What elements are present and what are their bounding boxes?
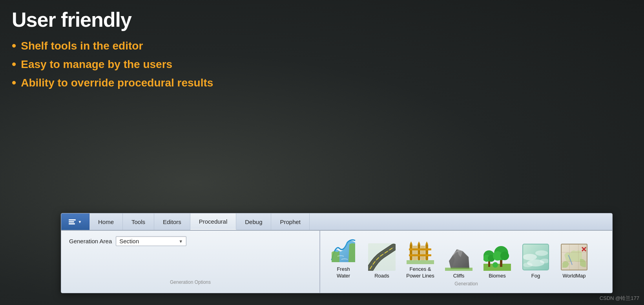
svg-point-30 xyxy=(523,263,533,267)
bullet-item-3: Ability to override procedural results xyxy=(12,75,632,90)
worldmap-icon xyxy=(560,243,588,271)
menu-line-2 xyxy=(69,221,74,222)
tab-procedural[interactable]: Procedural xyxy=(190,213,237,230)
svg-rect-3 xyxy=(425,244,428,260)
tab-prophet[interactable]: Prophet xyxy=(271,213,310,230)
tab-home[interactable]: Home xyxy=(89,213,123,230)
dropdown-arrow-icon: ▼ xyxy=(78,220,82,224)
generation-area-value: Section xyxy=(119,238,139,244)
bullet-item-1: Shelf tools in the editor xyxy=(12,39,632,53)
generation-area-select[interactable]: Section ▼ xyxy=(116,236,186,246)
roads-label: Roads xyxy=(374,273,389,279)
svg-point-24 xyxy=(500,252,509,260)
svg-rect-2 xyxy=(418,244,420,260)
generation-area-label: Generation Area xyxy=(69,238,112,244)
select-dropdown-arrow-icon: ▼ xyxy=(179,239,183,244)
svg-rect-0 xyxy=(368,243,396,271)
generation-options-label: Generation Options xyxy=(69,279,312,287)
svg-rect-17 xyxy=(488,261,490,267)
fog-label: Fog xyxy=(531,273,540,279)
svg-rect-7 xyxy=(409,248,431,250)
generation-section: FreshWater xyxy=(320,231,612,293)
bullet-item-2: Easy to manage by the users xyxy=(12,57,632,72)
generation-area-row: Generation Area Section ▼ xyxy=(69,236,312,246)
svg-rect-11 xyxy=(407,260,434,264)
slide-content: User friendly Shelf tools in the editor … xyxy=(12,8,632,94)
generation-section-label: Generation xyxy=(326,281,607,289)
svg-point-28 xyxy=(535,250,548,256)
svg-rect-1 xyxy=(410,244,412,260)
menu-line-3 xyxy=(69,223,75,224)
svg-marker-5 xyxy=(418,241,420,244)
fences-label: Fences &Power Lines xyxy=(406,266,434,279)
slide-title: User friendly xyxy=(12,8,632,31)
fog-icon xyxy=(522,243,550,271)
gen-item-worldmap[interactable]: WorldMap xyxy=(556,241,592,281)
svg-point-27 xyxy=(523,254,537,260)
svg-rect-15 xyxy=(445,268,473,271)
tab-editors[interactable]: Editors xyxy=(154,213,190,230)
biomes-label: Biomes xyxy=(489,273,505,279)
tab-tools[interactable]: Tools xyxy=(123,213,154,230)
svg-marker-4 xyxy=(410,241,412,244)
cliffs-icon xyxy=(445,243,473,271)
ribbon-content: Generation Area Section ▼ Generation Opt… xyxy=(61,231,612,293)
worldmap-label: WorldMap xyxy=(562,273,586,279)
svg-point-31 xyxy=(540,259,549,263)
svg-marker-6 xyxy=(425,241,428,244)
fresh-water-icon xyxy=(329,236,358,265)
biomes-icon xyxy=(483,243,511,271)
toolbar-container: ▼ Home Tools Editors Procedural Debug Pr… xyxy=(61,213,613,293)
svg-rect-21 xyxy=(500,260,502,267)
bullet-list: Shelf tools in the editor Easy to manage… xyxy=(12,39,632,90)
gen-item-fences[interactable]: Fences &Power Lines xyxy=(403,235,438,281)
fresh-water-label: FreshWater xyxy=(337,266,350,279)
menu-line-1 xyxy=(69,219,76,220)
cliffs-label: Cliffs xyxy=(453,273,465,279)
gen-item-fog[interactable]: Fog xyxy=(518,241,553,281)
fences-icon xyxy=(406,236,434,265)
gen-item-fresh-water[interactable]: FreshWater xyxy=(326,235,361,281)
roads-icon xyxy=(368,243,396,271)
quick-access-button[interactable]: ▼ xyxy=(61,213,89,230)
svg-rect-10 xyxy=(421,246,425,260)
tab-debug[interactable]: Debug xyxy=(236,213,271,230)
gen-item-cliffs[interactable]: Cliffs xyxy=(441,241,476,281)
gen-item-biomes[interactable]: Biomes xyxy=(480,241,515,281)
toolbar-panel: ▼ Home Tools Editors Procedural Debug Pr… xyxy=(61,213,613,293)
svg-rect-9 xyxy=(413,246,417,260)
gen-item-roads[interactable]: Roads xyxy=(364,241,400,281)
generation-items-row: FreshWater xyxy=(326,235,607,281)
menu-lines-icon xyxy=(69,219,76,224)
tab-bar: ▼ Home Tools Editors Procedural Debug Pr… xyxy=(61,213,612,231)
generation-options-section: Generation Area Section ▼ Generation Opt… xyxy=(61,231,320,293)
svg-rect-8 xyxy=(409,254,431,256)
svg-point-25 xyxy=(493,262,498,268)
watermark: CSDN @铃兰177 xyxy=(600,295,639,302)
